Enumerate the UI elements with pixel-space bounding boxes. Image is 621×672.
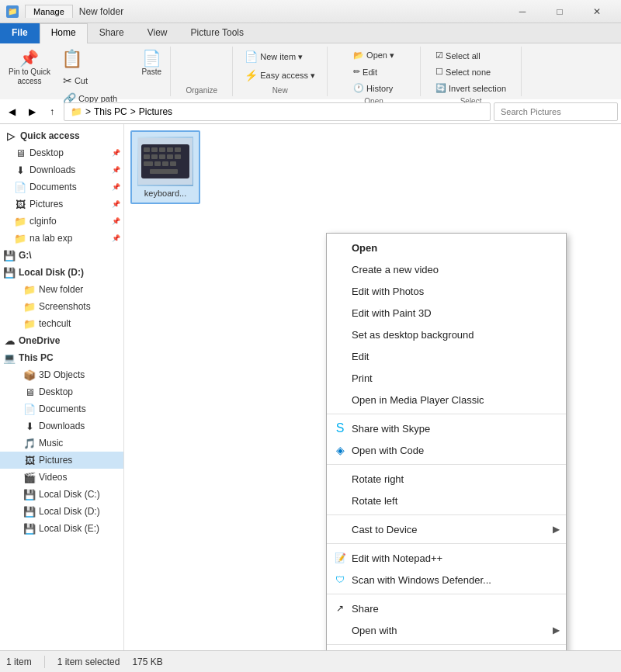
svg-rect-6	[175, 147, 181, 152]
clipboard-group: 📌 Pin to Quickaccess 📋 ✂ Cut 🔗 Copy path…	[0, 47, 171, 96]
sidebar-item-documents-pc[interactable]: 📄 Documents	[0, 400, 123, 417]
svg-rect-14	[162, 161, 168, 166]
tab-view[interactable]: View	[136, 23, 179, 43]
history-button[interactable]: 🕐 History	[348, 81, 400, 95]
ctx-share[interactable]: ↗ Share	[327, 598, 566, 619]
svg-rect-3	[151, 147, 158, 152]
ctx-open-with[interactable]: Open with ▶	[327, 619, 566, 641]
desktop-pc-icon: 🖥	[23, 386, 36, 398]
sidebar-item-this-pc[interactable]: 💻 This PC	[0, 349, 123, 366]
sidebar-item-screenshots[interactable]: 📁 Screenshots	[0, 298, 123, 315]
back-button[interactable]: ◀	[3, 103, 20, 120]
sidebar-item-documents-qa[interactable]: 📄 Documents 📌	[0, 178, 123, 196]
ctx-share-skype[interactable]: S Share with Skype	[327, 417, 566, 439]
status-divider	[44, 656, 45, 668]
breadcrumb-pictures[interactable]: Pictures	[139, 106, 172, 117]
sidebar-item-onedrive[interactable]: ☁ OneDrive	[0, 332, 123, 349]
sidebar-item-techcult[interactable]: 📁 techcult	[0, 315, 123, 332]
sidebar-item-3d-objects[interactable]: 📦 3D Objects	[0, 366, 123, 383]
ctx-edit-photos[interactable]: Edit with Photos	[327, 280, 566, 302]
easy-access-button[interactable]: ⚡ Easy access ▾	[239, 67, 321, 84]
ctx-create-video[interactable]: Create a new video	[327, 258, 566, 280]
notepad-icon: 📝	[333, 551, 347, 565]
ctx-open-mediaplayer[interactable]: Open in Media Player Classic	[327, 389, 566, 410]
ctx-sep-4	[327, 543, 566, 544]
minimize-button[interactable]: ─	[505, 1, 540, 23]
sidebar-item-music[interactable]: 🎵 Music	[0, 435, 123, 452]
ctx-cast-device[interactable]: Cast to Device ▶	[327, 518, 566, 540]
open-button[interactable]: 📂 Open ▾	[348, 48, 400, 63]
new-label: New	[272, 85, 288, 95]
select-none-button[interactable]: ☐ Select none	[430, 64, 512, 79]
cut-icon: ✂	[63, 74, 72, 87]
address-path[interactable]: 📁 > This PC > Pictures	[64, 102, 491, 121]
ctx-edit-notepad[interactable]: 📝 Edit with Notepad++	[327, 547, 566, 569]
ctx-rotate-left[interactable]: Rotate left	[327, 490, 566, 511]
sidebar-item-downloads-qa[interactable]: ⬇ Downloads 📌	[0, 161, 123, 178]
screenshots-icon: 📁	[23, 300, 36, 313]
up-button[interactable]: ↑	[43, 103, 61, 120]
ctx-scan-defender[interactable]: 🛡 Scan with Windows Defender...	[327, 569, 566, 591]
new-item-icon: 📄	[245, 50, 258, 63]
sidebar-item-local-e[interactable]: 💾 Local Disk (E:)	[0, 520, 123, 537]
documents-qa-icon: 📄	[14, 181, 26, 193]
new-item-button[interactable]: 📄 New item ▾	[239, 48, 321, 65]
search-input[interactable]	[494, 102, 618, 121]
invert-icon: 🔄	[435, 83, 446, 93]
keyboard-svg	[138, 138, 193, 185]
paste-button[interactable]: 📄 Paste	[136, 48, 167, 78]
close-button[interactable]: ✕	[579, 1, 615, 23]
ctx-set-desktop-bg[interactable]: Set as desktop background	[327, 324, 566, 345]
file-item-keyboard[interactable]: keyboard...	[130, 130, 200, 204]
new-folder-icon: 📁	[23, 283, 36, 296]
local-d2-icon: 💾	[23, 505, 36, 518]
sidebar-item-quick-access[interactable]: ▷ Quick access	[0, 127, 123, 144]
maximize-button[interactable]: □	[542, 1, 578, 23]
pin-to-quick-access-button[interactable]: 📌 Pin to Quickaccess	[3, 48, 56, 88]
breadcrumb-home[interactable]: 📁	[71, 106, 82, 117]
sidebar-item-videos[interactable]: 🎬 Videos	[0, 469, 123, 486]
sidebar-item-nalab[interactable]: 📁 na lab exp 📌	[0, 230, 123, 247]
cut-button[interactable]: ✂ Cut	[57, 72, 134, 89]
sidebar-item-local-d2[interactable]: 💾 Local Disk (D:)	[0, 503, 123, 520]
select-none-icon: ☐	[435, 67, 443, 77]
copy-button-ribbon[interactable]: 📋	[57, 48, 134, 71]
svg-rect-12	[144, 161, 153, 166]
invert-selection-button[interactable]: 🔄 Invert selection	[430, 81, 512, 95]
pin-indicator-clg: 📌	[112, 217, 120, 225]
ctx-edit[interactable]: Edit	[327, 345, 566, 367]
ctx-rotate-right[interactable]: Rotate right	[327, 468, 566, 490]
paste-icon: 📄	[142, 50, 161, 66]
tab-file[interactable]: File	[0, 23, 40, 43]
ctx-edit-paint3d[interactable]: Edit with Paint 3D	[327, 302, 566, 324]
sidebar-item-local-c[interactable]: 💾 Local Disk (C:)	[0, 486, 123, 503]
sidebar-item-pictures-pc[interactable]: 🖼 Pictures	[0, 452, 123, 469]
tab-share[interactable]: Share	[88, 23, 136, 43]
sidebar-item-desktop-qa[interactable]: 🖥 Desktop 📌	[0, 144, 123, 161]
ctx-open[interactable]: Open	[327, 237, 566, 258]
sidebar-item-new-folder[interactable]: 📁 New folder	[0, 281, 123, 298]
tab-home[interactable]: Home	[40, 23, 88, 43]
sidebar-item-g-drive[interactable]: 💾 G:\	[0, 247, 123, 264]
clginfo-icon: 📁	[14, 215, 26, 227]
forward-button[interactable]: ▶	[23, 103, 40, 120]
pin-indicator-doc: 📌	[112, 183, 120, 191]
tab-picture-tools[interactable]: Picture Tools	[179, 23, 255, 43]
status-size: 175 KB	[132, 656, 162, 667]
sidebar-item-clginfo[interactable]: 📁 clginfo 📌	[0, 213, 123, 230]
ctx-sep-2	[327, 464, 566, 465]
edit-button[interactable]: ✏ Edit	[348, 64, 400, 79]
ctx-open-vscode[interactable]: ◈ Open with Code	[327, 439, 566, 461]
sidebar-item-desktop-pc[interactable]: 🖥 Desktop	[0, 383, 123, 400]
svg-rect-2	[144, 147, 150, 152]
sidebar-item-downloads-pc[interactable]: ⬇ Downloads	[0, 417, 123, 435]
main-layout: ▷ Quick access 🖥 Desktop 📌 ⬇ Downloads 📌…	[0, 124, 621, 650]
cast-arrow-icon: ▶	[553, 524, 560, 535]
breadcrumb-this-pc[interactable]: This PC	[94, 106, 127, 117]
sidebar-item-local-d[interactable]: 💾 Local Disk (D:)	[0, 264, 123, 281]
ctx-give-access[interactable]: Give access to ▶	[327, 648, 566, 650]
select-all-button[interactable]: ☑ Select all	[430, 48, 512, 63]
ctx-print[interactable]: Print	[327, 367, 566, 389]
sidebar-item-pictures-qa[interactable]: 🖼 Pictures 📌	[0, 196, 123, 213]
3d-objects-icon: 📦	[23, 369, 36, 381]
